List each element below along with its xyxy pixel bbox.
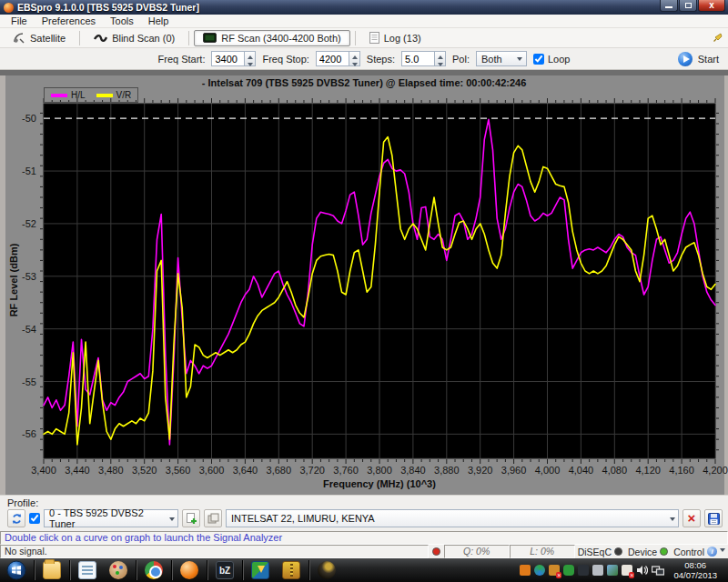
pin-icon[interactable]	[713, 33, 723, 42]
menu-help[interactable]: Help	[141, 15, 177, 28]
chevron-down-icon	[513, 52, 526, 65]
freq-start-spinner[interactable]	[211, 51, 256, 66]
profile-enabled-checkbox[interactable]	[29, 513, 40, 524]
tray-green-icon[interactable]	[563, 565, 574, 576]
save-button[interactable]	[704, 509, 723, 527]
steps-input[interactable]	[401, 51, 434, 66]
menu-preferences[interactable]: Preferences	[35, 15, 103, 28]
titlebar: EBSpro 9.1.0.0 [TBS 5925 DVBS2 Tuner] x	[0, 0, 728, 15]
rf-scan-tab[interactable]: RF Scan (3400-4200 Both)	[194, 30, 349, 46]
svg-text:4,080: 4,080	[602, 465, 628, 476]
satellite-select[interactable]: INTELSAT 22, LIMURU, KENYA	[226, 509, 679, 527]
taskbar-sphere-app[interactable]	[312, 559, 341, 581]
freq-start-spin-buttons[interactable]	[244, 51, 256, 66]
legend-item-vr: V/R	[96, 90, 132, 100]
taskbar-idm[interactable]	[246, 559, 275, 581]
satellite-dish-icon	[13, 32, 25, 44]
pol-label: Pol:	[452, 54, 470, 65]
taskbar-chrome[interactable]	[139, 559, 168, 581]
taskbar-explorer[interactable]	[37, 559, 66, 581]
svg-text:4,120: 4,120	[635, 465, 661, 476]
start-button[interactable]: Start	[678, 52, 719, 66]
steps-label: Steps:	[367, 54, 395, 65]
tray-update-icon[interactable]	[607, 565, 618, 576]
svg-text:3,400: 3,400	[31, 465, 56, 476]
refresh-button[interactable]	[7, 509, 25, 527]
svg-text:-56: -56	[22, 428, 36, 439]
tray-flag-icon[interactable]	[622, 565, 632, 576]
window-title: EBSpro 9.1.0.0 [TBS 5925 DVBS2 Tuner]	[17, 2, 199, 13]
steps-spin-buttons[interactable]	[434, 51, 446, 66]
pol-select[interactable]: Both	[476, 51, 527, 66]
x-axis-label: Frequency (MHz) (10^3)	[323, 478, 436, 489]
minimize-button[interactable]	[660, 0, 678, 12]
maximize-button[interactable]	[679, 0, 697, 12]
taskbar-notepad[interactable]	[73, 559, 102, 581]
folder-icon	[43, 561, 61, 579]
rf-scan-plot[interactable]: 3,4003,4403,4803,5203,5603,6003,6403,680…	[0, 70, 728, 495]
orange-ball-icon	[180, 561, 198, 579]
hint-bar: Double click on a curve on graph to laun…	[0, 531, 728, 545]
taskbar-app-orange[interactable]	[175, 559, 204, 581]
svg-text:3,920: 3,920	[468, 465, 493, 476]
refresh-icon	[11, 513, 23, 525]
taskbar-winrar[interactable]	[277, 559, 306, 581]
start-button-orb[interactable]	[2, 559, 31, 581]
device-select[interactable]: 0 - TBS 5925 DVBS2 Tuner	[44, 509, 178, 527]
freq-start-input[interactable]	[211, 51, 244, 66]
svg-text:3,560: 3,560	[166, 465, 191, 476]
svg-text:-54: -54	[22, 324, 36, 335]
freq-stop-input[interactable]	[316, 51, 349, 66]
device-dot	[660, 547, 668, 556]
bz-icon: bZ	[216, 561, 234, 579]
app-window: EBSpro 9.1.0.0 [TBS 5925 DVBS2 Tuner] x …	[0, 0, 728, 582]
diseqc-status: DiSEqC	[575, 545, 625, 558]
tray-usb-icon[interactable]	[592, 565, 603, 576]
steps-spinner[interactable]	[401, 51, 446, 66]
record-indicator	[432, 547, 440, 556]
profile-bar: Profile: 0 - TBS 5925 DVBS2 Tuner INTELS…	[0, 495, 728, 531]
blind-scan-button[interactable]: Blind Scan (0)	[85, 30, 184, 46]
toolbar: Satellite Blind Scan (0) RF Scan (3400-4…	[0, 28, 728, 48]
svg-text:-52: -52	[22, 218, 36, 229]
legend-item-hl: H/L	[51, 90, 86, 100]
paint-palette-icon	[109, 561, 127, 579]
taskbar-paint[interactable]	[104, 559, 133, 581]
add-profile-button[interactable]	[182, 509, 200, 527]
svg-text:-53: -53	[22, 271, 36, 282]
tray-bz-icon[interactable]	[578, 565, 589, 576]
chevron-down-icon	[720, 548, 725, 555]
menu-file[interactable]: File	[4, 15, 35, 28]
svg-text:3,800: 3,800	[367, 465, 392, 476]
chart-legend: H/L V/R	[44, 87, 138, 103]
chevron-down-icon	[169, 514, 177, 524]
control-menu[interactable]: Controli	[671, 545, 728, 558]
svg-text:3,480: 3,480	[98, 465, 124, 476]
system-tray: 08:06 04/07/2013	[520, 560, 726, 580]
log-icon	[369, 32, 379, 44]
loop-checkbox[interactable]	[533, 54, 544, 65]
taskbar-bz-app[interactable]: bZ	[210, 559, 239, 581]
tray-swirl-icon[interactable]	[534, 565, 545, 576]
taskbar-clock[interactable]: 08:06 04/07/2013	[668, 560, 723, 580]
copy-profile-button[interactable]	[204, 509, 222, 527]
y-axis-label: RF Level (dBm)	[8, 239, 19, 321]
freq-stop-spin-buttons[interactable]	[349, 51, 360, 66]
svg-text:3,440: 3,440	[65, 465, 90, 476]
delete-x-icon: ×	[688, 514, 696, 523]
log-button[interactable]: Log (13)	[360, 30, 430, 46]
device-status: Device	[625, 545, 671, 558]
tray-alert-icon[interactable]	[549, 565, 560, 576]
menubar: File Preferences Tools Help	[0, 15, 728, 28]
volume-icon[interactable]	[636, 565, 648, 576]
menu-tools[interactable]: Tools	[103, 15, 141, 28]
network-icon[interactable]	[652, 565, 664, 576]
delete-button[interactable]: ×	[682, 509, 701, 527]
chevron-down-icon	[670, 514, 678, 524]
download-manager-icon	[251, 561, 269, 579]
tray-orange-icon[interactable]	[520, 565, 531, 576]
satellite-button[interactable]: Satellite	[4, 30, 75, 46]
level-meter: L: 0%	[510, 545, 575, 558]
freq-stop-spinner[interactable]	[316, 51, 360, 66]
close-button[interactable]: x	[698, 0, 725, 12]
